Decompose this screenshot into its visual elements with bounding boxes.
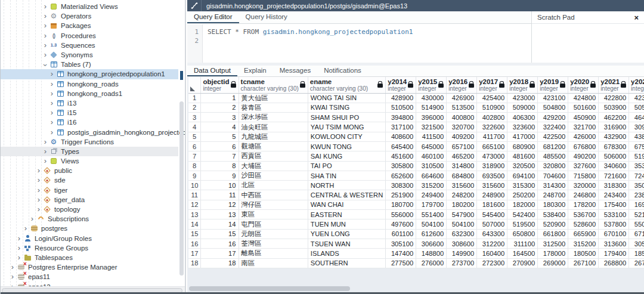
cell-objectid[interactable]: 13 — [201, 210, 239, 219]
cell-y2020[interactable]: 178200 — [568, 200, 599, 209]
tree-item-trigger-functions[interactable]: ›⚙Trigger Functions — [1, 137, 178, 147]
row-number[interactable]: 3 — [188, 113, 201, 122]
cell-y2022[interactable]: 671000 — [629, 229, 644, 239]
tree-item-login-group-roles[interactable]: ›Login/Group Roles — [1, 234, 178, 243]
cell-y2021[interactable]: 316900 — [599, 122, 629, 132]
chevron-right-icon[interactable]: › — [9, 264, 16, 270]
cell-y2015[interactable]: 411500 — [416, 132, 447, 141]
cell-objectid[interactable]: 6 — [201, 141, 239, 151]
cell-objectid[interactable]: 10 — [201, 181, 239, 190]
cell-y2021[interactable]: 506000 — [599, 151, 629, 161]
cell-y2018[interactable]: 694100 — [507, 171, 538, 180]
cell-tcname[interactable]: 沙田區 — [239, 171, 308, 180]
cell-y2015[interactable]: 664600 — [416, 171, 447, 180]
tree-item-postgis-gisadmin-hongkong-projectedpopulation1[interactable]: ›postgis_gisadmin_hongkong_projectedpopu… — [1, 127, 178, 137]
cell-y2015[interactable]: 430000 — [416, 93, 447, 103]
cell-y2016[interactable]: 632300 — [447, 229, 477, 239]
cell-y2017[interactable]: 315600 — [477, 181, 507, 190]
cell-y2019[interactable]: 504800 — [538, 103, 568, 112]
cell-y2022[interactable]: 185300 — [629, 249, 644, 258]
cell-objectid[interactable]: 14 — [201, 219, 239, 229]
cell-y2020[interactable]: 320000 — [568, 181, 599, 190]
cell-ename[interactable]: KWUN TONG — [308, 141, 385, 151]
cell-y2018[interactable]: 680900 — [507, 141, 538, 151]
tree-vscroll-thumb[interactable] — [179, 101, 184, 276]
cell-y2017[interactable]: 402800 — [477, 113, 507, 122]
tree-item-topology[interactable]: ›topology — [1, 205, 178, 214]
cell-y2020[interactable]: 536700 — [568, 210, 599, 219]
cell-y2019[interactable]: 314300 — [538, 181, 568, 190]
cell-y2019[interactable]: 180300 — [538, 200, 568, 209]
cell-y2022[interactable]: 350800 — [629, 181, 644, 190]
cell-y2017[interactable]: 181600 — [477, 200, 507, 209]
tree-item-tables-7[interactable]: ›Tables (7) — [1, 60, 178, 69]
cell-y2021[interactable]: 503900 — [599, 103, 629, 112]
row-number[interactable]: 13 — [188, 210, 201, 219]
tree-item-sde[interactable]: ›sde — [1, 175, 178, 185]
cell-y2014[interactable]: 645400 — [386, 141, 416, 151]
row-number[interactable]: 9 — [188, 171, 201, 180]
row-number[interactable]: 16 — [188, 239, 201, 248]
cell-tcname[interactable]: 南區 — [239, 258, 308, 268]
cell-objectid[interactable]: 15 — [201, 229, 239, 239]
cell-y2021[interactable]: 179400 — [599, 249, 629, 258]
cell-ename[interactable]: ISLANDS — [308, 249, 385, 258]
tree-item-i15[interactable]: ›i15 — [1, 108, 178, 117]
cell-ename[interactable]: SHAM SHUI PO — [308, 113, 385, 122]
cell-tcname[interactable]: 葵青區 — [239, 103, 308, 112]
cell-y2019[interactable]: 320800 — [538, 161, 568, 171]
cell-y2020[interactable]: 180500 — [568, 249, 599, 258]
cell-tcname[interactable]: 東區 — [239, 210, 308, 219]
cell-y2022[interactable]: 438500 — [629, 132, 644, 141]
cell-y2022[interactable]: 238800 — [629, 190, 644, 200]
cell-y2022[interactable]: 309200 — [629, 122, 644, 132]
cell-y2018[interactable]: 519500 — [507, 219, 538, 229]
cell-y2018[interactable]: 315300 — [507, 181, 538, 190]
cell-tcname[interactable]: 屯門區 — [239, 219, 308, 229]
cell-y2022[interactable]: 550100 — [629, 219, 644, 229]
row-number[interactable]: 17 — [188, 249, 201, 258]
cell-y2022[interactable]: 521800 — [629, 210, 644, 219]
cell-y2017[interactable]: 473000 — [477, 151, 507, 161]
cell-y2018[interactable]: 542400 — [507, 210, 538, 219]
cell-y2018[interactable]: 650800 — [507, 229, 538, 239]
tree-item-sequences[interactable]: ›1.3Sequences — [1, 41, 178, 50]
cell-y2018[interactable]: 423000 — [507, 93, 538, 103]
cell-tcname[interactable]: 觀塘區 — [239, 141, 308, 151]
cell-objectid[interactable]: 5 — [201, 132, 239, 141]
chevron-right-icon[interactable]: › — [42, 23, 49, 29]
tree-item-operators[interactable]: ›⚙Operators — [1, 11, 178, 21]
column-header-objectid[interactable]: objectidinteger — [201, 77, 239, 93]
cell-y2019[interactable]: 485500 — [538, 151, 568, 161]
cell-ename[interactable]: SOUTHERN — [308, 258, 385, 268]
cell-y2021[interactable]: 313600 — [599, 239, 629, 248]
tree-item-materialized-views[interactable]: ›Materialized Views — [1, 2, 178, 11]
cell-ename[interactable]: TSUEN WAN — [308, 239, 385, 248]
tree-item-subscriptions[interactable]: ›Subscriptions — [1, 214, 178, 224]
cell-tcname[interactable]: 西貢區 — [239, 151, 308, 161]
cell-y2017[interactable]: 322600 — [477, 122, 507, 132]
cell-y2017[interactable]: 693500 — [477, 171, 507, 180]
cell-y2019[interactable]: 269000 — [538, 258, 568, 268]
cell-y2017[interactable]: 248900 — [477, 190, 507, 200]
cell-y2022[interactable]: 169500 — [629, 200, 644, 209]
cell-y2021[interactable]: 432900 — [599, 132, 629, 141]
cell-y2021[interactable]: 340600 — [599, 161, 629, 171]
tree-item-types[interactable]: ›Types — [1, 147, 178, 156]
cell-ename[interactable]: NORTH — [308, 181, 385, 190]
cell-y2019[interactable]: 322400 — [538, 122, 568, 132]
editor-code[interactable]: SELECT * FROM gisadmin.hongkong_projecte… — [203, 24, 413, 63]
tree-item-resource-groups[interactable]: ›Resource Groups — [1, 243, 178, 253]
row-number[interactable]: 1 — [188, 93, 201, 103]
cell-tcname[interactable]: 離島區 — [239, 249, 308, 258]
cell-y2014[interactable]: 652600 — [386, 171, 416, 180]
chevron-right-icon[interactable]: › — [42, 158, 49, 164]
cell-y2017[interactable]: 507000 — [477, 219, 507, 229]
row-number[interactable]: 6 — [188, 141, 201, 151]
tree-item-public[interactable]: ›public — [1, 166, 178, 175]
column-header-y2015[interactable]: y2015integer — [416, 77, 447, 93]
cell-ename[interactable]: EASTERN — [308, 210, 385, 219]
cell-tcname[interactable]: 深水埗區 — [239, 113, 308, 122]
cell-y2015[interactable]: 612600 — [416, 229, 447, 239]
cell-y2017[interactable]: 318900 — [477, 161, 507, 171]
